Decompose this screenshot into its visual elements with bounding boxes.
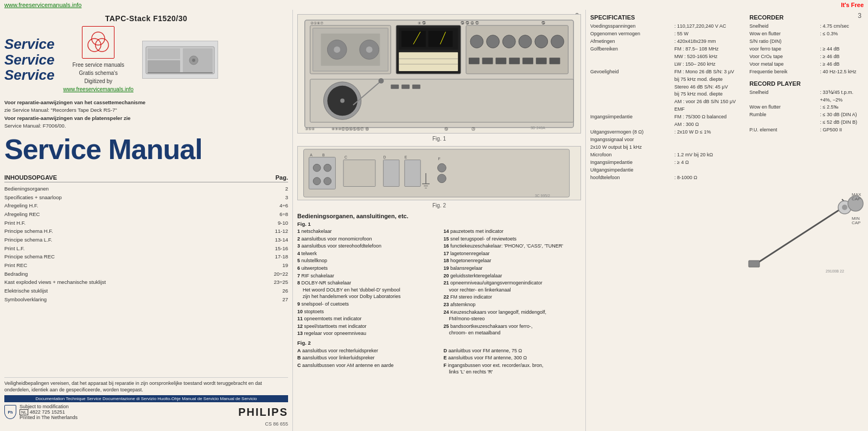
control-item: 4 telwerk xyxy=(297,250,435,257)
recorder-spec-value: : ≥ 46 dB xyxy=(820,61,840,68)
svg-point-62 xyxy=(324,164,331,172)
recorder-spec-value: : ≤ 0.3% xyxy=(820,30,838,38)
spec-row: Microfoon: 1.2 mV bij 20 kΩ xyxy=(590,151,739,159)
rp-spec-value: : ≤ 2.5‰ xyxy=(820,104,839,111)
toc-item-page: 26 xyxy=(282,287,288,295)
toc-item-page: 13-14 xyxy=(275,236,288,244)
spec-value: FM : 87.5– 108 MHz xyxy=(674,46,719,53)
recorder-spec-row: voor ferro tape: ≥ 44 dB xyxy=(750,46,864,53)
svg-text:㉔ ㉓ ㉒ ㉑: ㉔ ㉓ ㉒ ㉑ xyxy=(461,21,479,25)
recorder-spec-label: S/N ratio (DIN) xyxy=(750,38,820,46)
spec-row: bij 75 kHz mod. diepte xyxy=(590,76,739,84)
rp-spec-label: Rumble xyxy=(750,111,820,119)
top-bar: www.freeservicemanuals.info It's Free xyxy=(0,0,868,10)
spec-row: AM : voor 26 dB S/N 150 μV EMF xyxy=(590,98,739,113)
control-item: F ingangsbussen voor ext. recorder/aux. … xyxy=(444,362,582,376)
toc-item-label: Afregeling H.F. xyxy=(4,201,38,210)
toc-row: Kast exploded views + mechanische stukli… xyxy=(4,278,288,287)
svg-rect-20 xyxy=(401,31,426,47)
spec-row: Ingangssignaal voor xyxy=(590,136,739,144)
philips-row: Ph Subject to modification NL 4822 725 1… xyxy=(4,404,288,420)
svg-point-64 xyxy=(324,178,331,185)
toc-item-label: Bedieningsorganen xyxy=(4,185,49,193)
service-label-3: Service xyxy=(4,67,55,83)
logo-row: Service Service Service Free service man… xyxy=(4,26,288,93)
spec-row: Afmetingen: 420x418x239 mm xyxy=(590,38,739,46)
control-item: A aansluitbus voor rechterluidspreker xyxy=(297,347,435,354)
control-item: 17 lagetonenregelaar xyxy=(444,250,582,257)
panel-2: 2 xyxy=(293,10,586,431)
svg-point-33 xyxy=(551,35,564,48)
spec-value: Stereo 46 dB S/N: 45 μV xyxy=(674,84,728,91)
recorder-title: RECORDER xyxy=(750,14,864,21)
control-item: E aansluitbus voor FM antenne, 300 Ω xyxy=(444,354,582,362)
svg-point-29 xyxy=(487,35,500,48)
spec-row: Uitgangsvermogen (8 Ω): 2x10 W D ≤ 1% xyxy=(590,129,739,136)
control-item: 2 aansluitbus voor monomicrofoon xyxy=(297,236,435,243)
svg-text:E: E xyxy=(405,155,407,159)
control-item: 6 uitwerptoets xyxy=(297,265,435,272)
spec-value: LW : 150– 260 kHz xyxy=(674,61,716,68)
svg-point-84 xyxy=(842,205,847,210)
spec-label: Ingangsiimpedantie xyxy=(590,113,674,121)
recorder-spec-row: Voor metal tape: ≥ 46 dB xyxy=(750,61,864,68)
recorder-spec-row: Wow en flutter: ≤ 0.3% xyxy=(750,30,864,38)
toc-item-label: Symboolverklaring xyxy=(4,295,47,304)
spec-value: AM : 300 Ω xyxy=(674,121,699,129)
rp-spec-value: : GP500 II xyxy=(820,126,843,134)
svg-text:F: F xyxy=(438,157,441,161)
spec-value: : 8-1000 Ω xyxy=(674,174,697,182)
spec-row: hoofdtelefoon: 8-1000 Ω xyxy=(590,174,739,182)
tonearm-diagram-container: MAX CAP MIN CAP 29100B 22 xyxy=(590,188,864,275)
spec-value: : 1.2 mV bij 20 kΩ xyxy=(674,151,713,159)
spec-row: 2x10 W output bij 1 kHz xyxy=(590,144,739,151)
rp-spec-row: Wow en flutter: ≤ 2.5‰ xyxy=(750,104,864,111)
svg-rect-40 xyxy=(550,58,560,64)
spec-label: Voedingsspanningen xyxy=(590,23,674,30)
svg-point-61 xyxy=(313,164,321,172)
recorder-spec-value: : 40 Hz-12.5 kHz xyxy=(820,68,857,76)
toc-item-page: 27 xyxy=(282,295,288,304)
control-item: 3 aansluitbus voor stereohoofdtelefoon xyxy=(297,243,435,250)
spec-row: GolfbereikenFM : 87.5– 108 MHz xyxy=(590,46,739,53)
svg-rect-71 xyxy=(405,160,420,187)
svg-text:CAP: CAP xyxy=(852,220,860,225)
fig2-container: A B C D E xyxy=(297,146,581,211)
spec-row: GevoeligheidFM : Mono 26 dB S/N: 3 μV xyxy=(590,68,739,76)
svg-point-46 xyxy=(379,78,384,84)
documentation-bar: Documentation Technique Service Document… xyxy=(4,395,288,402)
its-free-label: It's Free xyxy=(841,2,864,8)
svg-text:⑧⑨⑩⑫⑬⑭⑮⑯⑰ ⑱: ⑧⑨⑩⑫⑬⑭⑮⑯⑰ ⑱ xyxy=(331,127,369,131)
svg-text:B: B xyxy=(322,153,325,157)
spec-value: bij 75 kHz mod. diepte xyxy=(674,91,723,98)
product-drawing-icon xyxy=(145,42,215,78)
spec-label: Microfoon xyxy=(590,151,674,159)
svg-rect-48 xyxy=(401,85,410,89)
control-item: 1 netschakelaar xyxy=(297,228,435,235)
recorder-spec-label: voor ferro tape xyxy=(750,46,820,53)
toc-item-label: Kast exploded views + mechanische stukli… xyxy=(4,278,106,287)
spec-value: AM : voor 26 dB S/N 150 μV EMF xyxy=(674,98,739,113)
toc-row: Afregeling REC6÷8 xyxy=(4,210,288,219)
svg-line-81 xyxy=(755,205,847,264)
recorder-spec-row: Voor CrO₂ tape: ≥ 46 dB xyxy=(750,53,864,61)
recorder-spec-label: Voor CrO₂ tape xyxy=(750,53,820,61)
toc-row: Principe schema REC17-18 xyxy=(4,252,288,261)
rp-spec-row: : ≤ 52 dB (DIN B) xyxy=(750,119,864,126)
svg-rect-86 xyxy=(749,261,760,267)
svg-rect-37 xyxy=(509,58,520,64)
tonearm-diagram-icon: MAX CAP MIN CAP 29100B 22 xyxy=(723,188,864,275)
toc-row: Elektrische stuklijst26 xyxy=(4,287,288,295)
svg-point-77 xyxy=(438,163,446,172)
svg-text:③⑤④: ③⑤④ xyxy=(305,127,315,131)
spec-label: Opgenomen vermogen xyxy=(590,30,674,38)
service-label-1: Service xyxy=(4,36,55,52)
spec-value: : 110,127,220,240 V AC xyxy=(674,23,726,30)
svg-text:⑲: ⑲ xyxy=(444,127,448,131)
recorder-spec-row: S/N ratio (DIN) xyxy=(750,38,864,46)
website-url[interactable]: www.freeservicemanuals.info xyxy=(4,2,81,8)
svg-point-28 xyxy=(470,35,483,48)
control-item: 13 regelaar voor opneemniveau xyxy=(297,330,435,337)
panel-3: 3 SPECIFICATIES Voedingsspanningen: 110,… xyxy=(586,10,868,431)
toc-item-label: Afregeling REC xyxy=(4,210,40,219)
